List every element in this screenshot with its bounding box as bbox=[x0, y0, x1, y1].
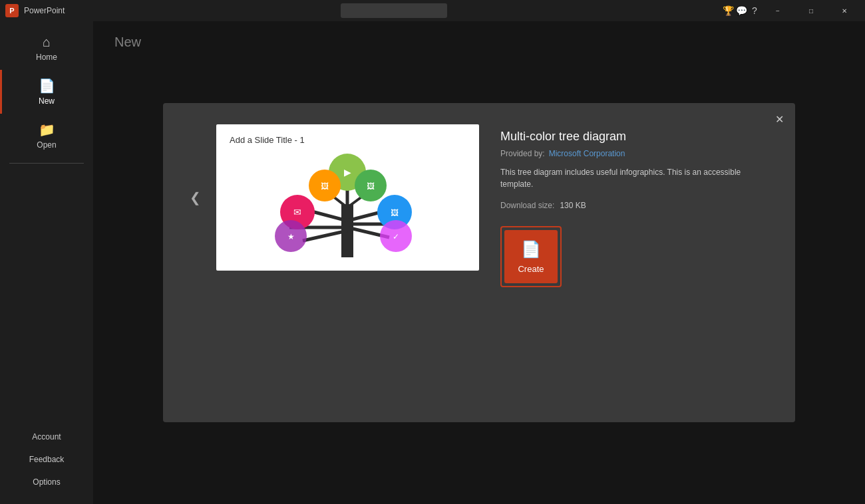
sidebar-item-home[interactable]: ⌂ Home bbox=[0, 27, 93, 70]
sidebar-home-label: Home bbox=[36, 53, 57, 62]
sidebar-item-open[interactable]: 📁 Open bbox=[0, 114, 93, 158]
svg-text:★: ★ bbox=[287, 232, 295, 241]
template-title: Multi-color tree diagram bbox=[500, 130, 774, 144]
feedback-label: Feedback bbox=[29, 455, 65, 464]
help-button[interactable]: ? bbox=[749, 5, 760, 16]
close-button[interactable]: ✕ bbox=[829, 0, 860, 21]
titlebar-right: 🏆 💬 ? − □ ✕ bbox=[723, 0, 860, 21]
rewards-button[interactable]: 🏆 bbox=[723, 5, 733, 16]
create-button-label: Create bbox=[518, 264, 544, 274]
sidebar: ⌂ Home 📄 New 📁 Open Account Feedback Opt… bbox=[0, 21, 93, 504]
sidebar-item-options[interactable]: Options bbox=[0, 471, 93, 493]
template-description: This tree diagram includes useful infogr… bbox=[500, 166, 774, 190]
main-layout: ⌂ Home 📄 New 📁 Open Account Feedback Opt… bbox=[0, 21, 865, 504]
sidebar-new-label: New bbox=[39, 96, 55, 106]
create-button-wrapper: 📄 Create bbox=[500, 226, 562, 287]
content-area: New ✕ ❮ Add a Slide Title - 1 bbox=[93, 21, 865, 504]
svg-text:✉: ✉ bbox=[293, 207, 301, 217]
svg-line-3 bbox=[303, 231, 347, 241]
create-button[interactable]: 📄 Create bbox=[504, 230, 558, 283]
modal-overlay: ✕ ❮ Add a Slide Title - 1 bbox=[93, 21, 865, 504]
sidebar-bottom: Account Feedback Options bbox=[0, 426, 93, 504]
feedback-button[interactable]: 💬 bbox=[736, 5, 747, 16]
minimize-button[interactable]: − bbox=[763, 0, 793, 21]
svg-line-8 bbox=[333, 196, 347, 207]
svg-text:🖼: 🖼 bbox=[321, 182, 329, 191]
create-button-icon: 📄 bbox=[521, 240, 541, 259]
titlebar-left: P PowerPoint bbox=[5, 4, 65, 17]
account-label: Account bbox=[32, 432, 61, 441]
open-icon: 📁 bbox=[39, 122, 55, 138]
svg-line-9 bbox=[347, 196, 363, 207]
provided-by: Provided by: Microsoft Corporation bbox=[500, 149, 774, 158]
titlebar: P PowerPoint 🏆 💬 ? − □ ✕ bbox=[0, 0, 865, 21]
template-modal: ✕ ❮ Add a Slide Title - 1 bbox=[163, 103, 795, 422]
provided-by-label: Provided by: bbox=[500, 149, 545, 158]
sidebar-open-label: Open bbox=[37, 140, 56, 150]
slide-preview: Add a Slide Title - 1 bbox=[216, 124, 479, 271]
modal-close-button[interactable]: ✕ bbox=[771, 111, 787, 127]
new-icon: 📄 bbox=[39, 78, 55, 94]
provider-link[interactable]: Microsoft Corporation bbox=[549, 149, 625, 158]
sidebar-item-feedback[interactable]: Feedback bbox=[0, 448, 93, 471]
svg-text:▶: ▶ bbox=[344, 167, 351, 178]
app-logo: P bbox=[5, 4, 19, 17]
svg-text:🖼: 🖼 bbox=[367, 182, 375, 191]
app-name: PowerPoint bbox=[24, 6, 65, 15]
download-label: Download size: bbox=[500, 201, 554, 210]
tree-diagram: ▶ 🖼 🖼 ✉ ★ 🖼 ✓ bbox=[216, 124, 479, 271]
modal-body: ❮ Add a Slide Title - 1 bbox=[184, 124, 774, 401]
sidebar-item-new[interactable]: 📄 New bbox=[0, 70, 93, 114]
sidebar-divider bbox=[9, 163, 84, 164]
maximize-button[interactable]: □ bbox=[796, 0, 826, 21]
search-box[interactable] bbox=[341, 3, 447, 18]
prev-template-button[interactable]: ❮ bbox=[184, 187, 206, 208]
svg-text:✓: ✓ bbox=[393, 232, 399, 241]
download-size: Download size: 130 KB bbox=[500, 201, 774, 210]
download-size-value: 130 KB bbox=[560, 201, 586, 210]
preview-area: ❮ Add a Slide Title - 1 bbox=[184, 124, 479, 271]
info-panel: Multi-color tree diagram Provided by: Mi… bbox=[500, 124, 774, 287]
sidebar-item-account[interactable]: Account bbox=[0, 426, 93, 448]
options-label: Options bbox=[33, 477, 60, 487]
home-icon: ⌂ bbox=[43, 35, 51, 50]
svg-text:🖼: 🖼 bbox=[391, 208, 399, 217]
